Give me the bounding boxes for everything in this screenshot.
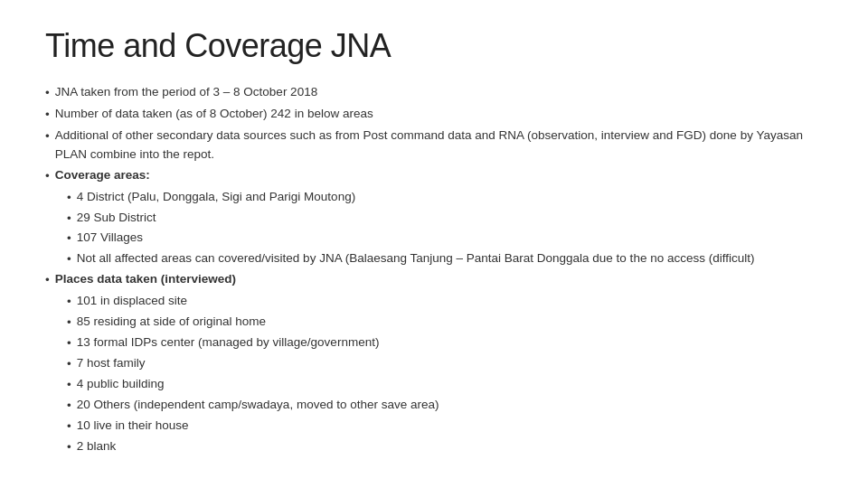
- list-item: • Not all affected areas can covered/vis…: [67, 249, 823, 269]
- list-item: • Additional of other secondary data sou…: [45, 127, 823, 164]
- bullet-dot: •: [67, 418, 71, 436]
- bullet-dot: •: [67, 230, 71, 249]
- bullet-text: 4 District (Palu, Donggala, Sigi and Par…: [77, 188, 355, 208]
- bullet-dot: •: [45, 167, 50, 186]
- bullet-dot: •: [67, 355, 71, 374]
- bullet-text: JNA taken from the period of 3 – 8 Octob…: [55, 83, 317, 103]
- list-item: • 4 public building: [67, 375, 823, 395]
- list-item: • 7 host family: [67, 354, 823, 374]
- bold-label: Places data taken (interviewed): [55, 272, 236, 286]
- bullet-dot: •: [67, 334, 71, 353]
- bullet-text: 13 formal IDPs center (managed by villag…: [77, 333, 380, 353]
- bullet-dot: •: [45, 84, 50, 103]
- bullet-text: 10 live in their house: [77, 417, 189, 436]
- list-item: • 2 blank: [67, 437, 823, 457]
- list-item: • 107 Villages: [67, 229, 823, 249]
- list-item: • 101 in displaced site: [67, 292, 823, 312]
- list-item: • 4 District (Palu, Donggala, Sigi and P…: [67, 188, 823, 208]
- bullet-text: Places data taken (interviewed): [55, 270, 236, 290]
- list-item: • 10 live in their house: [67, 417, 823, 436]
- bold-label: Coverage areas:: [55, 168, 150, 182]
- bullet-dot: •: [67, 438, 71, 457]
- bullet-text: Coverage areas:: [55, 166, 150, 186]
- bullet-dot: •: [67, 189, 71, 208]
- bullet-dot: •: [67, 210, 71, 229]
- list-item: • 29 Sub District: [67, 209, 823, 229]
- list-item: • 20 Others (independent camp/swadaya, m…: [67, 396, 823, 416]
- bullet-dot: •: [67, 376, 71, 395]
- list-item: • 85 residing at side of original home: [67, 313, 823, 333]
- list-item: • 13 formal IDPs center (managed by vill…: [67, 333, 823, 353]
- list-item: • Places data taken (interviewed): [45, 270, 823, 290]
- bullet-dot: •: [67, 293, 71, 312]
- bullet-text: Additional of other secondary data sourc…: [55, 127, 823, 164]
- bullet-text: 107 Villages: [77, 229, 143, 249]
- bullet-dot: •: [45, 106, 50, 125]
- bullet-text: Number of data taken (as of 8 October) 2…: [55, 105, 373, 125]
- bullet-text: 29 Sub District: [77, 209, 156, 229]
- list-item: • Number of data taken (as of 8 October)…: [45, 105, 823, 125]
- bullet-text: 7 host family: [77, 354, 146, 374]
- bullet-dot: •: [67, 397, 71, 416]
- bullet-dot: •: [67, 250, 71, 269]
- content-area: • JNA taken from the period of 3 – 8 Oct…: [45, 83, 823, 457]
- bullet-dot: •: [45, 127, 50, 164]
- bullet-dot: •: [67, 314, 71, 333]
- bullet-text: 20 Others (independent camp/swadaya, mov…: [77, 396, 439, 416]
- list-item: • JNA taken from the period of 3 – 8 Oct…: [45, 83, 823, 103]
- bullet-text: 101 in displaced site: [77, 292, 187, 312]
- bullet-dot: •: [45, 271, 50, 290]
- slide-title: Time and Coverage JNA: [45, 27, 823, 65]
- bullet-text: Not all affected areas can covered/visit…: [77, 249, 755, 269]
- bullet-text: 4 public building: [77, 375, 165, 395]
- bullet-text: 85 residing at side of original home: [77, 313, 266, 333]
- bullet-text: 2 blank: [77, 437, 117, 457]
- slide: Time and Coverage JNA • JNA taken from t…: [0, 0, 868, 488]
- list-item: • Coverage areas:: [45, 166, 823, 186]
